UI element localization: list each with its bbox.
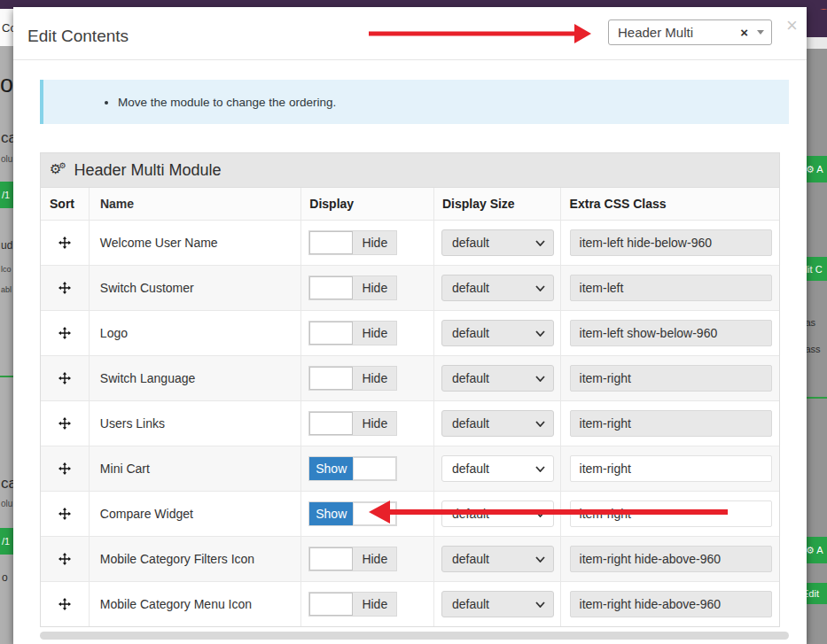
chevron-down-icon (535, 330, 545, 337)
chevron-down-icon (535, 466, 545, 472)
toggle-knob (309, 367, 353, 390)
toggle-knob (353, 457, 396, 480)
module-name: Switch Language (90, 356, 301, 400)
extra-css-input[interactable] (570, 275, 772, 301)
panel-title: Header Multi Module (74, 161, 222, 180)
modal-header: Edit Contents Header Multi × × (13, 7, 807, 60)
display-size-select[interactable]: default (441, 455, 554, 482)
extra-css-input[interactable] (570, 229, 772, 256)
background-text: lco (1, 265, 12, 274)
background-text: abl (1, 285, 12, 294)
module-select[interactable]: Header Multi × (608, 19, 772, 45)
table-row: Mobile Category Menu Icon Hide default (41, 581, 779, 626)
module-select-value: Header Multi (618, 25, 740, 40)
display-size-select[interactable]: default (441, 229, 554, 256)
extra-css-input[interactable] (570, 455, 772, 482)
background-text: or (0, 71, 13, 98)
display-size-select[interactable]: default (441, 320, 554, 346)
cogs-icon: ⚙⚙ (50, 161, 69, 177)
module-name: Users Links (90, 401, 301, 446)
header-multi-module-panel: ⚙⚙ Header Multi Module Sort Name Display… (40, 152, 780, 627)
display-size-select[interactable]: default (441, 591, 554, 617)
display-toggle[interactable]: Hide (308, 321, 397, 345)
column-header-extra-css: Extra CSS Class (561, 188, 779, 220)
chevron-down-icon (535, 376, 545, 382)
move-icon[interactable] (58, 281, 72, 295)
background-text: cai (1, 129, 13, 147)
horizontal-scrollbar[interactable] (40, 632, 789, 640)
table-header-row: Sort Name Display Display Size Extra CSS… (41, 188, 779, 220)
toggle-knob (309, 593, 353, 616)
extra-css-input[interactable] (570, 546, 772, 572)
background-green-button: ⚙ A (804, 156, 827, 182)
chevron-down-icon (535, 421, 545, 427)
display-toggle[interactable]: Hide (308, 547, 397, 571)
module-name: Mobile Category Menu Icon (90, 582, 301, 626)
display-toggle[interactable]: Hide (308, 592, 397, 617)
module-name: Switch Customer (90, 266, 301, 310)
display-size-select[interactable]: default (441, 365, 554, 392)
module-name: Mobile Category Filters Icon (90, 537, 301, 581)
toggle-knob (353, 502, 396, 525)
column-header-name: Name (90, 188, 301, 220)
toggle-knob (309, 547, 353, 570)
background-divider (0, 376, 13, 377)
module-name: Welcome User Name (90, 221, 301, 265)
background-text: olu (1, 499, 12, 508)
clear-selection-icon[interactable]: × (740, 25, 748, 40)
panel-heading: ⚙⚙ Header Multi Module (41, 153, 779, 188)
background-green-button: /1 (0, 528, 13, 555)
move-icon[interactable] (58, 236, 72, 250)
info-alert: Move the module to change the ordering. (40, 80, 789, 124)
extra-css-input[interactable] (570, 591, 772, 617)
background-text: ud (1, 239, 12, 252)
display-size-select[interactable]: default (441, 500, 554, 527)
toggle-knob (309, 412, 353, 435)
module-name: Compare Widget (90, 492, 301, 536)
extra-css-input[interactable] (570, 320, 772, 346)
screen: Co or cai olu /1 ud lco abl cai olu /1 o… (0, 0, 827, 644)
alert-text: Move the module to change the ordering. (118, 96, 336, 109)
module-name: Mini Cart (90, 446, 301, 491)
display-toggle[interactable]: Hide (308, 275, 397, 300)
move-icon[interactable] (58, 416, 72, 431)
table-row: Users Links Hide default (41, 400, 779, 446)
extra-css-input[interactable] (570, 410, 772, 437)
move-icon[interactable] (58, 462, 72, 476)
chevron-down-icon (535, 285, 545, 291)
extra-css-input[interactable] (570, 365, 772, 392)
toggle-knob (309, 322, 353, 345)
table-row: Logo Hide default (41, 310, 779, 355)
edit-contents-modal: Edit Contents Header Multi × × Move the … (13, 7, 807, 644)
table-row: Switch Customer Hide default (41, 265, 779, 310)
display-toggle[interactable]: Hide (308, 230, 397, 255)
dropdown-caret-icon (757, 30, 764, 35)
move-icon[interactable] (58, 597, 72, 611)
column-header-display: Display (301, 188, 434, 220)
extra-css-input[interactable] (570, 500, 772, 527)
display-toggle[interactable]: Show (308, 456, 397, 481)
display-toggle[interactable]: Hide (308, 366, 397, 391)
background-text: Co (2, 21, 13, 35)
toggle-knob (309, 231, 353, 254)
move-icon[interactable] (58, 326, 72, 340)
display-size-select[interactable]: default (441, 410, 554, 437)
move-icon[interactable] (58, 371, 72, 385)
display-size-select[interactable]: default (441, 275, 554, 301)
table-row: Mini Cart Show default (41, 446, 779, 491)
module-name: Logo (90, 311, 301, 355)
move-icon[interactable] (58, 507, 72, 521)
table-row: Switch Language Hide default (41, 355, 779, 400)
move-icon[interactable] (58, 552, 72, 566)
table-row: Mobile Category Filters Icon Hide defaul… (41, 536, 779, 581)
table-row: Welcome User Name Hide default (41, 220, 779, 265)
display-size-select[interactable]: default (441, 546, 554, 572)
close-icon[interactable]: × (786, 16, 798, 35)
background-green-button: ⚙ A (804, 537, 827, 563)
table-row: Compare Widget Show default (41, 491, 779, 536)
display-toggle[interactable]: Hide (308, 411, 397, 436)
background-page-left: Co or cai olu /1 ud lco abl cai olu /1 o (0, 0, 13, 644)
chevron-down-icon (535, 601, 545, 608)
column-header-sort: Sort (41, 188, 90, 220)
display-toggle[interactable]: Show (308, 501, 397, 526)
